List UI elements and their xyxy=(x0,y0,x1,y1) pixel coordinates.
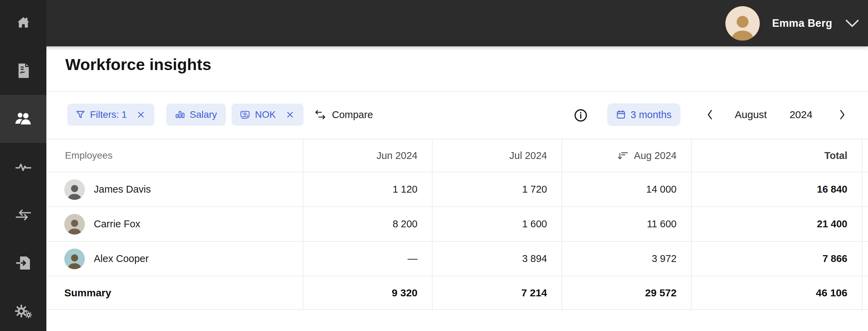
period-chip[interactable]: 3 months xyxy=(607,103,680,126)
person-silhouette-icon xyxy=(66,251,84,269)
summary-value-cell: 9 320 xyxy=(303,276,432,310)
person-silhouette-icon xyxy=(66,217,84,235)
filters-chip-close-icon[interactable] xyxy=(136,110,146,120)
value: 3 894 xyxy=(522,253,547,264)
value-cell: — xyxy=(303,242,432,276)
summary-value-cell: 7 214 xyxy=(432,276,561,310)
value: 1 120 xyxy=(392,184,418,195)
employee-name: Carrie Fox xyxy=(94,218,140,230)
sidebar-item-home[interactable] xyxy=(0,0,46,47)
column-header-label: Employees xyxy=(65,150,113,161)
title-divider xyxy=(46,91,868,92)
employee-name: Alex Cooper xyxy=(94,253,149,264)
column-header-label: Jul 2024 xyxy=(509,150,547,161)
value: 21 400 xyxy=(817,218,847,230)
value: 11 600 xyxy=(647,218,677,230)
avatar xyxy=(64,249,85,269)
sidebar-item-activity[interactable] xyxy=(0,143,46,191)
avatar xyxy=(64,179,85,200)
sidebar-item-export[interactable] xyxy=(0,239,46,287)
compare-button[interactable]: Compare xyxy=(314,104,373,126)
column-header-jul-2024[interactable]: Jul 2024 xyxy=(432,139,561,172)
column-header-total[interactable]: Total xyxy=(691,139,862,172)
summary-value-cell: 46 106 xyxy=(691,276,862,310)
value: 7 866 xyxy=(822,253,847,264)
value: 46 106 xyxy=(816,287,847,299)
value-cell: 1 600 xyxy=(432,207,561,242)
total-cell: 21 400 xyxy=(691,207,862,242)
funnel-icon xyxy=(76,110,85,119)
banknote-icon xyxy=(240,110,250,120)
filters-chip[interactable]: Filters: 1 xyxy=(67,104,154,126)
topbar: Emma Berg xyxy=(0,0,868,46)
month-label: August xyxy=(725,104,777,126)
next-month-button[interactable] xyxy=(835,104,850,126)
sidebar-item-employees[interactable] xyxy=(0,95,46,143)
swap-arrows-icon xyxy=(15,209,32,221)
summary-label-cell: Summary xyxy=(46,276,303,310)
column-header-aug-2024[interactable]: Aug 2024 xyxy=(561,139,691,172)
chevron-left-icon xyxy=(707,110,713,120)
previous-month-button[interactable] xyxy=(702,104,717,126)
column-header-label: Total xyxy=(824,150,847,161)
calendar-icon xyxy=(616,110,626,119)
currency-chip-label: NOK xyxy=(255,109,276,120)
user-name: Emma Berg xyxy=(772,17,832,30)
value: 1 600 xyxy=(522,218,547,230)
export-icon xyxy=(15,256,31,270)
summary-value-cell: 29 572 xyxy=(561,276,691,310)
currency-chip[interactable]: NOK xyxy=(232,104,303,126)
salary-chip[interactable]: Salary xyxy=(166,104,226,126)
report-document-icon xyxy=(16,63,31,79)
chevron-right-icon xyxy=(839,110,845,120)
column-header-label: Jun 2024 xyxy=(377,150,418,161)
sidebar-item-settings[interactable] xyxy=(0,287,46,331)
spacer-cell xyxy=(862,207,868,242)
user-menu[interactable]: Emma Berg xyxy=(725,0,860,46)
value: 3 972 xyxy=(652,253,677,264)
spacer-cell xyxy=(862,276,868,310)
employees-table: Employees Jun 2024 Jul 2024 Aug 2024 Tot… xyxy=(46,139,868,310)
compare-label: Compare xyxy=(332,109,373,121)
sidebar xyxy=(0,0,46,331)
employee-name: James Davis xyxy=(94,184,151,195)
employee-cell[interactable]: James Davis xyxy=(46,172,303,207)
bar-chart-icon xyxy=(175,110,185,119)
value-cell: 8 200 xyxy=(303,207,432,242)
home-icon xyxy=(15,15,31,31)
avatar xyxy=(64,214,85,235)
spacer-cell xyxy=(862,242,868,276)
value: 14 000 xyxy=(646,184,677,195)
value-cell: 1 120 xyxy=(303,172,432,207)
sidebar-item-reports[interactable] xyxy=(0,47,46,95)
person-silhouette-icon xyxy=(728,11,757,41)
value-cell: 3 894 xyxy=(432,242,561,276)
period-chip-label: 3 months xyxy=(631,109,671,121)
sidebar-item-transfers[interactable] xyxy=(0,191,46,239)
person-silhouette-icon xyxy=(66,182,84,200)
value: 9 320 xyxy=(392,287,418,299)
value: — xyxy=(408,253,418,264)
employee-cell[interactable]: Carrie Fox xyxy=(46,207,303,242)
info-icon xyxy=(574,109,587,122)
total-cell: 16 840 xyxy=(691,172,862,207)
value: 29 572 xyxy=(645,287,677,299)
value-cell: 1 720 xyxy=(432,172,561,207)
app-window: Emma Berg xyxy=(0,0,868,331)
value-cell: 14 000 xyxy=(561,172,691,207)
sort-descending-icon xyxy=(617,151,628,160)
value: 16 840 xyxy=(817,184,847,195)
spacer-cell xyxy=(862,172,868,207)
value: 1 720 xyxy=(522,184,547,195)
settings-gears-icon xyxy=(15,304,32,319)
employee-cell[interactable]: Alex Cooper xyxy=(46,242,303,276)
info-button[interactable] xyxy=(574,109,587,122)
chevron-down-icon xyxy=(845,17,860,30)
spacer-cell xyxy=(862,139,868,172)
currency-chip-close-icon[interactable] xyxy=(285,110,295,120)
value: 7 214 xyxy=(521,287,547,299)
compare-arrows-icon xyxy=(314,109,326,120)
column-header-jun-2024[interactable]: Jun 2024 xyxy=(303,139,432,172)
column-header-employees[interactable]: Employees xyxy=(46,139,303,172)
value-cell: 11 600 xyxy=(561,207,691,242)
